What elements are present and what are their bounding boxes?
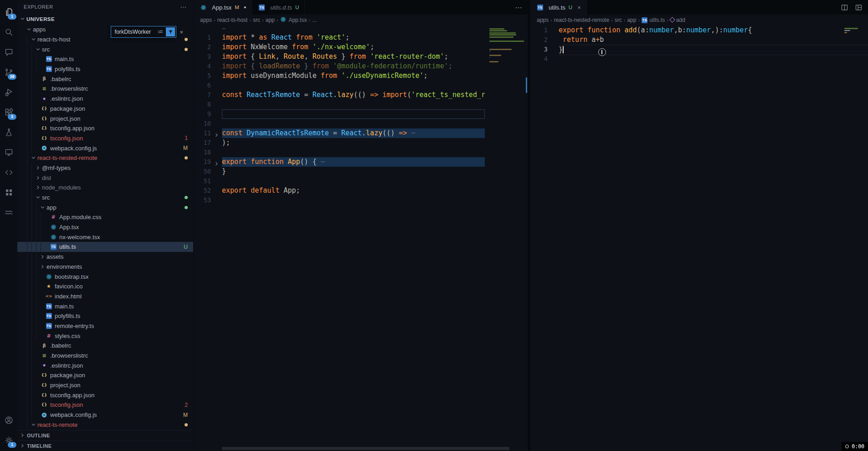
tree-item-tsconfig-app-json[interactable]: {}tsconfig.app.json: [17, 123, 193, 133]
tree-item-eslintrc-json[interactable]: ◆.eslintrc.json: [17, 94, 193, 104]
tree-item-app-tsx[interactable]: App.tsx: [17, 222, 193, 232]
code-line[interactable]: [222, 119, 485, 128]
code-line[interactable]: import { loadRemote } from '@module-fede…: [222, 62, 485, 71]
more-actions-icon[interactable]: ⋯: [515, 3, 522, 12]
close-tab-icon[interactable]: ×: [577, 4, 581, 11]
tree-item-tsconfig-json[interactable]: {}tsconfig.json2: [17, 400, 193, 410]
tree-item-nx-welcome-tsx[interactable]: nx-welcome.tsx: [17, 232, 193, 242]
tree-item-app[interactable]: app: [17, 202, 193, 212]
tree-item-babelrc[interactable]: β.babelrc: [17, 74, 193, 84]
breadcrumb-react-ts-nested-remote[interactable]: react-ts-nested-remote: [554, 17, 609, 23]
tree-item-react-ts-nested-remote[interactable]: react-ts-nested-remote: [17, 153, 193, 163]
section-timeline[interactable]: TIMELINE: [17, 441, 193, 451]
tree-item-project-json[interactable]: {}project.json: [17, 113, 193, 123]
split-editor-icon[interactable]: [841, 4, 848, 11]
tree-item-mf-types[interactable]: @mf-types: [17, 163, 193, 173]
editor-layout-icon[interactable]: [855, 4, 863, 11]
breadcrumb-add[interactable]: add: [670, 17, 685, 23]
code-line[interactable]: export default App;: [222, 186, 485, 195]
code-line[interactable]: }: [222, 167, 485, 176]
tree-item-babelrc[interactable]: β.babelrc: [17, 341, 193, 351]
breadcrumb-app[interactable]: app: [627, 17, 636, 23]
code-line[interactable]: export function add(a:number,b:number,):…: [559, 26, 868, 35]
code-line[interactable]: import NxWelcome from './nx-welcome';: [222, 42, 485, 52]
tree-item-webpack-config-js[interactable]: webpack.config.jsM: [17, 143, 193, 153]
breadcrumb-app-tsx[interactable]: App.tsx: [280, 16, 307, 24]
minimap[interactable]: [485, 26, 528, 451]
workspace-root[interactable]: UNIVERSE: [17, 14, 193, 25]
tree-item-tsconfig-app-json[interactable]: {}tsconfig.app.json: [17, 390, 193, 400]
tree-item-remote-entry-ts[interactable]: TSremote-entry.ts: [17, 321, 193, 331]
minimap-small[interactable]: [844, 27, 864, 34]
tree-item-eslintrc-json[interactable]: ◆.eslintrc.json: [17, 360, 193, 370]
code-line[interactable]: );: [222, 138, 485, 148]
breadcrumb-src[interactable]: src: [253, 17, 260, 23]
tree-item-assets[interactable]: assets: [17, 252, 193, 262]
tree-item-bootstrap-tsx[interactable]: bootstrap.tsx: [17, 272, 193, 282]
code-line[interactable]: export function App() { ⋯: [222, 157, 485, 167]
tree-item-polyfills-ts[interactable]: TSpolyfills.ts: [17, 311, 193, 321]
settings-icon[interactable]: 1: [0, 430, 17, 450]
tree-item-app-module-css[interactable]: #App.module.css: [17, 212, 193, 222]
breadcrumb-apps[interactable]: apps: [537, 17, 549, 23]
tree-item-src[interactable]: src: [17, 193, 193, 203]
tree-item-main-ts[interactable]: TSmain.ts: [17, 301, 193, 311]
fuzzy-match-icon[interactable]: [156, 29, 164, 35]
tree-item-package-json[interactable]: {}package.json: [17, 104, 193, 114]
tree-item-browserslistrc[interactable]: ≡.browserslistrc: [17, 84, 193, 94]
explorer-more-actions-icon[interactable]: ⋯: [180, 3, 187, 10]
remote-explorer-icon[interactable]: [0, 142, 17, 162]
tree-item-webpack-config-js[interactable]: webpack.config.jsM: [17, 410, 193, 420]
code-line[interactable]: [222, 176, 485, 186]
tree-find-input[interactable]: [114, 29, 156, 35]
tab-utils-d-ts[interactable]: TSutils.d.tsU: [252, 0, 305, 15]
tree-item-src[interactable]: src: [17, 44, 193, 54]
gitlens-icon[interactable]: [0, 202, 17, 222]
tree-item-react-ts-remote[interactable]: react-ts-remote: [17, 420, 193, 430]
code-line[interactable]: [222, 148, 485, 157]
section-outline[interactable]: OUTLINE: [17, 430, 193, 441]
tree-item-dist[interactable]: dist: [17, 173, 193, 183]
code-line[interactable]: [559, 55, 868, 65]
tree-item-favicon-ico[interactable]: ★favicon.ico: [17, 282, 193, 292]
tree-item-main-ts[interactable]: TSmain.ts: [17, 54, 193, 64]
tree-item-environments[interactable]: environments: [17, 262, 193, 272]
filter-toggle-button[interactable]: [166, 27, 175, 36]
code-line[interactable]: import * as React from 'react';: [222, 33, 485, 42]
references-icon[interactable]: [0, 162, 17, 182]
code-line[interactable]: import { Link, Route, Routes } from 'rea…: [222, 52, 485, 62]
code-line[interactable]: [222, 81, 485, 90]
breadcrumb-[interactable]: ...: [312, 17, 317, 23]
code-line[interactable]: const DynamicReactTsRemote = React.lazy(…: [222, 128, 485, 138]
close-find-icon[interactable]: ×: [180, 29, 183, 36]
breadcrumb-react-ts-host[interactable]: react-ts-host: [217, 17, 248, 23]
run-debug-icon[interactable]: [0, 82, 17, 102]
tree-item-polyfills-ts[interactable]: TSpolyfills.ts: [17, 64, 193, 74]
extensions-icon[interactable]: 3: [0, 102, 17, 122]
code-line[interactable]: [222, 195, 485, 205]
tab-app-tsx[interactable]: App.tsxM●: [194, 0, 252, 15]
tree-item-package-json[interactable]: {}package.json: [17, 370, 193, 380]
tab-utils-ts[interactable]: TSutils.tsU×: [530, 0, 587, 15]
code-line[interactable]: import useDynamicModule from './useDynam…: [222, 71, 485, 81]
code-line[interactable]: const ReactTsRemote = React.lazy(() => i…: [222, 90, 485, 100]
breadcrumb-utils-ts[interactable]: TSutils.ts: [642, 17, 665, 23]
breadcrumb-apps[interactable]: apps: [200, 17, 212, 23]
tree-item-project-json[interactable]: {}project.json: [17, 380, 193, 390]
code-line[interactable]: [222, 109, 485, 119]
source-control-icon[interactable]: 38: [0, 62, 17, 82]
project-manager-icon[interactable]: [0, 182, 17, 202]
code-line[interactable]: return a+b: [559, 35, 868, 45]
chat-icon[interactable]: [0, 42, 17, 62]
tree-item-node-modules[interactable]: node_modules: [17, 183, 193, 193]
tree-item-browserslistrc[interactable]: ≡.browserslistrc: [17, 351, 193, 361]
code-line[interactable]: [222, 100, 485, 109]
account-icon[interactable]: [0, 410, 17, 430]
tree-item-utils-ts[interactable]: TSutils.tsU: [17, 242, 193, 252]
explorer-icon[interactable]: 1: [0, 2, 17, 22]
tree-item-tsconfig-json[interactable]: {}tsconfig.json1: [17, 133, 193, 144]
dirty-dot-icon[interactable]: ●: [244, 5, 246, 10]
tree-item-index-html[interactable]: <>index.html: [17, 292, 193, 302]
testing-icon[interactable]: [0, 122, 17, 142]
breadcrumb-app[interactable]: app: [266, 17, 275, 23]
